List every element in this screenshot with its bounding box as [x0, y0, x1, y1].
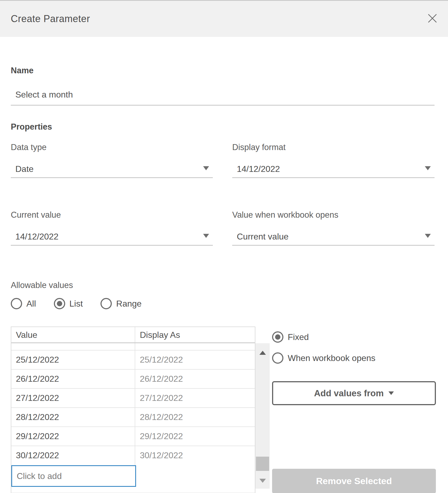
display-as-cell[interactable]: 29/12/2022: [135, 427, 255, 446]
display-format-select[interactable]: 14/12/2022: [232, 163, 435, 178]
current-value-select[interactable]: 14/12/2022: [11, 231, 213, 246]
display-as-cell[interactable]: 27/12/2022: [135, 389, 255, 407]
field-display-format: Display format 14/12/2022: [232, 142, 435, 178]
close-icon: [427, 13, 437, 25]
radio-button-icon[interactable]: [100, 298, 112, 309]
table-scrollbar[interactable]: [255, 343, 270, 489]
allowable-values-radio-group: All List Range: [11, 298, 436, 309]
list-values-area: Value Display As 25/12/2022 25/12/2022 2…: [11, 327, 436, 493]
table-row[interactable]: 29/12/2022 29/12/2022: [11, 427, 255, 446]
caret-down-icon: [203, 166, 209, 170]
scroll-up-icon[interactable]: [259, 351, 266, 355]
value-when-workbook-opens-value: Current value: [237, 231, 289, 242]
parameter-name-input[interactable]: Select a month: [11, 89, 435, 106]
field-data-type: Data type Date: [11, 142, 213, 178]
radio-option-label: All: [26, 298, 36, 309]
values-side-panel: Fixed When workbook opens Add values fro…: [272, 327, 436, 493]
current-value-value: 14/12/2022: [15, 231, 58, 242]
dialog-header: Create Parameter: [0, 0, 448, 37]
radio-option-label: When workbook opens: [288, 352, 376, 364]
radio-button-icon[interactable]: [11, 298, 22, 309]
display-format-label: Display format: [232, 142, 435, 152]
display-as-cell[interactable]: 28/12/2022: [135, 408, 255, 426]
value-when-workbook-opens-label: Value when workbook opens: [232, 210, 435, 220]
parameter-name-value: Select a month: [11, 89, 435, 100]
table-row[interactable]: 26/12/2022 26/12/2022: [11, 370, 255, 389]
radio-option-fixed[interactable]: Fixed: [272, 331, 436, 343]
scroll-down-icon[interactable]: [259, 479, 266, 483]
display-as-cell[interactable]: 25/12/2022: [135, 350, 255, 369]
table-row[interactable]: 30/12/2022 30/12/2022: [11, 446, 255, 465]
radio-option-when-workbook-opens[interactable]: When workbook opens: [272, 352, 436, 364]
radio-button-icon[interactable]: [272, 352, 283, 364]
values-table-header: Value Display As: [11, 327, 255, 343]
radio-option-all[interactable]: All: [11, 298, 36, 309]
display-as-cell[interactable]: 30/12/2022: [135, 446, 255, 465]
radio-option-label: Range: [116, 298, 141, 309]
value-when-workbook-opens-select[interactable]: Current value: [232, 231, 435, 246]
value-source-radio-group: Fixed When workbook opens: [272, 327, 436, 364]
display-as-cell[interactable]: 26/12/2022: [135, 370, 255, 388]
radio-button-icon[interactable]: [272, 331, 283, 343]
field-value-when-workbook-opens: Value when workbook opens Current value: [232, 210, 435, 246]
add-row-display-as-cell[interactable]: [136, 465, 255, 487]
close-button[interactable]: [426, 13, 438, 25]
caret-down-icon: [203, 234, 209, 238]
value-cell[interactable]: 30/12/2022: [11, 446, 135, 465]
current-value-label: Current value: [11, 210, 213, 220]
display-format-value: 14/12/2022: [237, 163, 280, 175]
properties-fields: Data type Date Display format 14/12/2022…: [11, 132, 435, 246]
radio-option-range[interactable]: Range: [100, 298, 141, 309]
value-cell[interactable]: 27/12/2022: [11, 389, 135, 407]
radio-button-icon[interactable]: [54, 298, 65, 309]
dialog-title: Create Parameter: [11, 13, 90, 25]
table-row[interactable]: 28/12/2022 28/12/2022: [11, 408, 255, 427]
remove-selected-button[interactable]: Remove Selected: [272, 469, 436, 493]
value-cell[interactable]: 28/12/2022: [11, 408, 135, 426]
data-type-select[interactable]: Date: [11, 163, 213, 178]
caret-down-icon: [388, 391, 394, 395]
value-cell[interactable]: 25/12/2022: [11, 350, 135, 369]
name-section-heading: Name: [11, 65, 436, 76]
values-table-body: 25/12/2022 25/12/2022 26/12/2022 26/12/2…: [11, 350, 255, 465]
caret-down-icon: [425, 166, 431, 170]
data-type-value: Date: [15, 163, 34, 175]
click-to-add-cell[interactable]: Click to add: [11, 465, 136, 487]
table-row[interactable]: 27/12/2022 27/12/2022: [11, 389, 255, 408]
allowable-values-label: Allowable values: [11, 280, 436, 290]
radio-option-label: List: [70, 298, 83, 309]
value-cell[interactable]: 26/12/2022: [11, 370, 135, 388]
data-type-label: Data type: [11, 142, 213, 152]
add-value-row: Click to add: [11, 465, 255, 487]
column-header-display-as[interactable]: Display As: [135, 327, 255, 342]
scrollbar-thumb[interactable]: [256, 457, 269, 471]
radio-option-list[interactable]: List: [54, 298, 83, 309]
table-row[interactable]: 25/12/2022 25/12/2022: [11, 350, 255, 370]
dialog-body: Name Select a month Properties Data type…: [0, 65, 448, 493]
properties-section-heading: Properties: [11, 122, 436, 132]
radio-option-label: Fixed: [288, 331, 309, 343]
values-table: Value Display As 25/12/2022 25/12/2022 2…: [11, 327, 255, 493]
field-current-value: Current value 14/12/2022: [11, 210, 213, 246]
table-row-partial: [11, 343, 255, 350]
value-cell[interactable]: 29/12/2022: [11, 427, 135, 446]
add-values-from-button[interactable]: Add values from: [272, 381, 436, 405]
column-header-value[interactable]: Value: [11, 327, 135, 342]
caret-down-icon: [425, 234, 431, 238]
create-parameter-dialog: Create Parameter Name Select a month Pro…: [0, 0, 448, 493]
add-values-from-label: Add values from: [314, 388, 384, 398]
